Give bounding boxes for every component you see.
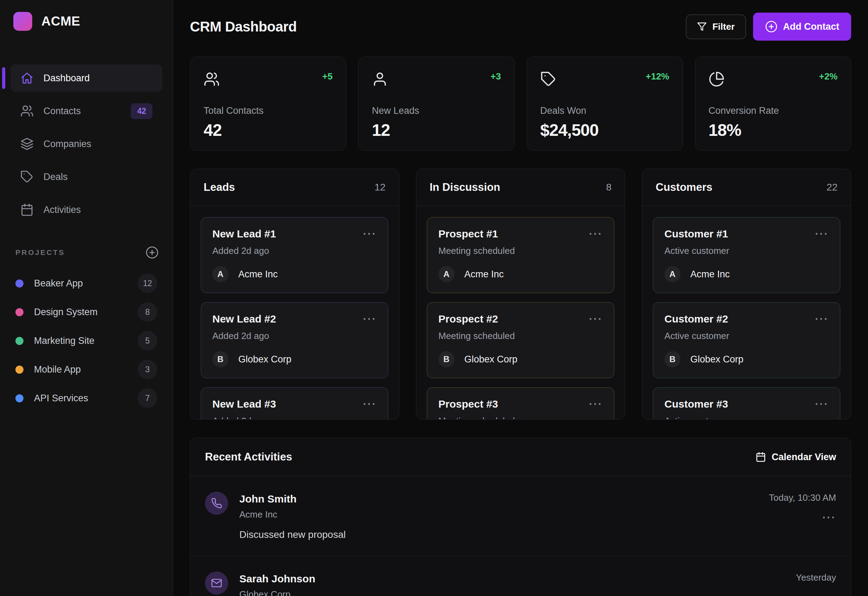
more-menu-icon[interactable] bbox=[589, 399, 603, 409]
more-menu-icon[interactable] bbox=[363, 399, 377, 409]
kanban-card-title: New Lead #2 bbox=[212, 313, 276, 325]
kanban-column-title: Leads bbox=[204, 181, 235, 194]
more-menu-icon[interactable] bbox=[589, 229, 603, 239]
plus-circle-icon bbox=[145, 246, 159, 259]
nav-item-label: Companies bbox=[43, 139, 92, 149]
recent-activities-title: Recent Activities bbox=[205, 451, 292, 463]
calendar-icon bbox=[756, 452, 766, 462]
sidebar-nav-item[interactable]: Deals bbox=[10, 163, 162, 190]
stat-delta: +3 bbox=[491, 71, 501, 82]
kanban-card-subtitle: Meeting scheduled bbox=[438, 245, 603, 256]
activity-list: John Smith Acme Inc Discussed new propos… bbox=[190, 476, 851, 596]
kanban-card[interactable]: New Lead #3 Added 2d ago bbox=[201, 387, 388, 419]
kanban-column-header: In Discussion 8 bbox=[416, 169, 625, 206]
stat-delta: +5 bbox=[322, 71, 333, 82]
activity-type-avatar bbox=[205, 571, 228, 595]
more-menu-icon[interactable] bbox=[589, 314, 603, 324]
project-item[interactable]: Marketing Site 5 bbox=[10, 326, 162, 355]
page-header: CRM Dashboard Filter Add Contact bbox=[190, 13, 851, 41]
kanban-card[interactable]: New Lead #1 Added 2d ago A Acme Inc bbox=[201, 217, 388, 293]
nav-item-icon bbox=[20, 137, 34, 150]
more-menu-icon[interactable] bbox=[822, 512, 836, 523]
more-menu-icon[interactable] bbox=[815, 314, 829, 324]
kanban-column-count: 12 bbox=[375, 182, 386, 193]
kanban-card-list: Prospect #1 Meeting scheduled A Acme Inc bbox=[416, 206, 625, 419]
project-color-dot bbox=[15, 279, 24, 288]
more-menu-icon[interactable] bbox=[815, 229, 829, 239]
kanban-card-subtitle: Meeting scheduled bbox=[438, 330, 603, 341]
filter-button-label: Filter bbox=[713, 21, 735, 32]
nav-item-label: Deals bbox=[43, 171, 68, 183]
company-avatar: B bbox=[664, 351, 680, 367]
stat-icon bbox=[708, 71, 725, 87]
stat-value: 42 bbox=[204, 121, 333, 140]
kanban-card-list: New Lead #1 Added 2d ago A Acme Inc bbox=[190, 206, 399, 419]
filter-button[interactable]: Filter bbox=[686, 14, 746, 39]
stat-delta: +12% bbox=[646, 71, 669, 82]
calendar-view-button[interactable]: Calendar View bbox=[756, 452, 836, 463]
sidebar-nav-item[interactable]: Companies bbox=[10, 130, 162, 158]
activity-contact-name: Sarah Johnson bbox=[240, 573, 785, 585]
stat-icon bbox=[540, 71, 556, 87]
kanban-column-header: Customers 22 bbox=[642, 169, 851, 206]
kanban-column: In Discussion 8 Prospect #1 Meeting sche… bbox=[416, 169, 625, 419]
brand-logo bbox=[13, 12, 32, 31]
activity-timestamp: Today, 10:30 AM bbox=[769, 492, 836, 503]
kanban-card[interactable]: Prospect #2 Meeting scheduled B Globex C… bbox=[427, 302, 614, 378]
sidebar-nav-item[interactable]: Contacts 42 bbox=[10, 97, 162, 125]
project-item[interactable]: Design System 8 bbox=[10, 298, 162, 326]
company-avatar: B bbox=[438, 351, 454, 367]
kanban-card-subtitle: Added 2d ago bbox=[212, 330, 377, 341]
kanban-card[interactable]: New Lead #2 Added 2d ago B Globex Corp bbox=[201, 302, 388, 378]
add-contact-button-label: Add Contact bbox=[783, 21, 839, 32]
kanban-column: Leads 12 New Lead #1 Added 2d ago bbox=[190, 169, 399, 419]
project-label: API Services bbox=[34, 393, 88, 404]
brand: ACME bbox=[10, 12, 162, 31]
sidebar-nav-item[interactable]: Activities bbox=[10, 196, 162, 223]
kanban-column: Customers 22 Customer #1 Active customer bbox=[642, 169, 851, 419]
kanban-column-count: 8 bbox=[606, 182, 612, 193]
project-color-dot bbox=[15, 366, 24, 374]
add-contact-button[interactable]: Add Contact bbox=[753, 13, 851, 41]
kanban-card-subtitle: Meeting scheduled bbox=[438, 416, 603, 419]
kanban-card[interactable]: Prospect #3 Meeting scheduled bbox=[427, 387, 614, 419]
nav-item-icon bbox=[20, 71, 34, 85]
project-item[interactable]: API Services 7 bbox=[10, 384, 162, 413]
nav-item-icon bbox=[20, 203, 34, 217]
company-name: Acme Inc bbox=[464, 269, 504, 280]
more-menu-icon[interactable] bbox=[363, 314, 377, 324]
stat-label: Deals Won bbox=[540, 105, 669, 116]
activity-company: Globex Corp bbox=[240, 589, 785, 596]
company-avatar: A bbox=[212, 266, 228, 282]
kanban-card[interactable]: Customer #2 Active customer B Globex Cor… bbox=[653, 302, 840, 378]
projects-list: Beaker App 12 Design System 8 Marketing … bbox=[10, 269, 162, 413]
kanban-column-title: Customers bbox=[656, 181, 713, 194]
company-name: Globex Corp bbox=[691, 354, 744, 365]
stat-card: +2% Conversion Rate 18% bbox=[695, 57, 851, 150]
more-menu-icon[interactable] bbox=[822, 592, 836, 596]
stat-cards: +5 Total Contacts 42 +3 New Leads 12 +12… bbox=[190, 57, 851, 150]
project-count-badge: 5 bbox=[138, 331, 157, 351]
project-label: Design System bbox=[34, 307, 98, 318]
project-item[interactable]: Mobile App 3 bbox=[10, 355, 162, 384]
add-project-button[interactable] bbox=[145, 246, 159, 259]
kanban-card-title: New Lead #3 bbox=[212, 398, 276, 410]
kanban-card[interactable]: Customer #1 Active customer A Acme Inc bbox=[653, 217, 840, 293]
project-item[interactable]: Beaker App 12 bbox=[10, 269, 162, 298]
company-name: Acme Inc bbox=[238, 269, 278, 280]
activity-type-avatar bbox=[205, 492, 228, 515]
stat-card: +12% Deals Won $24,500 bbox=[527, 57, 683, 150]
kanban-card[interactable]: Customer #3 Active customer bbox=[653, 387, 840, 419]
sidebar-nav-item[interactable]: Dashboard bbox=[10, 65, 162, 92]
stat-card: +3 New Leads 12 bbox=[358, 57, 515, 150]
stat-icon bbox=[372, 71, 388, 87]
project-color-dot bbox=[15, 394, 24, 402]
more-menu-icon[interactable] bbox=[815, 399, 829, 409]
kanban-card[interactable]: Prospect #1 Meeting scheduled A Acme Inc bbox=[427, 217, 614, 293]
sidebar: ACME Dashboard Contacts 42 Companies bbox=[0, 0, 173, 596]
company-name: Globex Corp bbox=[238, 354, 291, 365]
projects-title: PROJECTS bbox=[15, 248, 65, 257]
activity-note: Discussed new proposal bbox=[240, 529, 758, 540]
more-menu-icon[interactable] bbox=[363, 229, 377, 239]
company-avatar: A bbox=[438, 266, 454, 282]
